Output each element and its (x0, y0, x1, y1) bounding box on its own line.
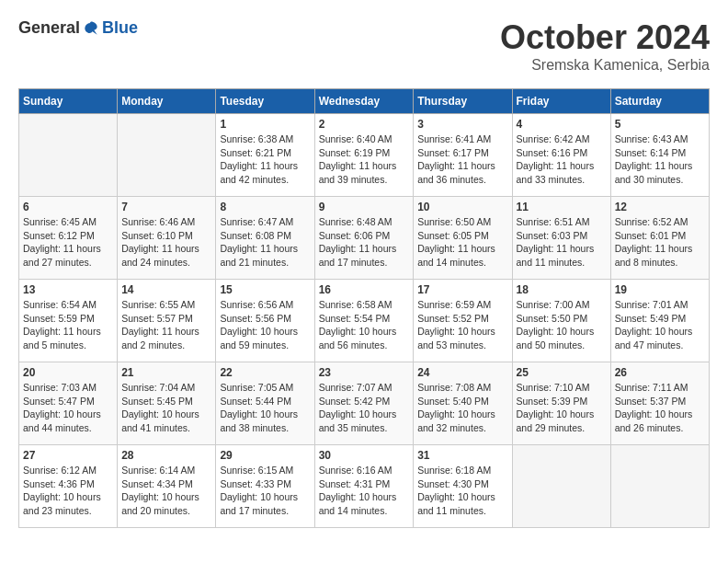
day-number: 17 (417, 283, 507, 296)
col-sunday: Sunday (19, 89, 118, 114)
page-header: General Blue October 2024 Sremska Kameni… (18, 18, 710, 74)
day-info: Sunrise: 7:08 AM Sunset: 5:40 PM Dayligh… (417, 381, 507, 435)
day-info: Sunrise: 6:38 AM Sunset: 6:21 PM Dayligh… (220, 132, 310, 187)
day-info: Sunrise: 6:45 AM Sunset: 6:12 PM Dayligh… (23, 215, 113, 270)
col-saturday: Saturday (610, 89, 709, 114)
day-info: Sunrise: 6:54 AM Sunset: 5:59 PM Dayligh… (23, 298, 113, 352)
table-row: 17Sunrise: 6:59 AM Sunset: 5:52 PM Dayli… (414, 280, 512, 362)
day-info: Sunrise: 6:15 AM Sunset: 4:33 PM Dayligh… (220, 464, 310, 518)
day-number: 24 (417, 366, 507, 379)
table-row (512, 445, 610, 528)
calendar-week-1: 1Sunrise: 6:38 AM Sunset: 6:21 PM Daylig… (19, 114, 710, 197)
table-row: 23Sunrise: 7:07 AM Sunset: 5:42 PM Dayli… (314, 362, 414, 445)
day-info: Sunrise: 6:18 AM Sunset: 4:30 PM Dayligh… (417, 464, 507, 518)
day-info: Sunrise: 6:51 AM Sunset: 6:03 PM Dayligh… (517, 215, 607, 270)
day-number: 6 (23, 201, 113, 213)
table-row: 20Sunrise: 7:03 AM Sunset: 5:47 PM Dayli… (19, 362, 118, 445)
table-row: 13Sunrise: 6:54 AM Sunset: 5:59 PM Dayli… (19, 280, 118, 362)
table-row (19, 114, 118, 197)
day-number: 16 (319, 283, 410, 296)
day-info: Sunrise: 6:41 AM Sunset: 6:17 PM Dayligh… (417, 132, 507, 187)
day-number: 15 (220, 283, 310, 296)
day-number: 28 (121, 449, 211, 462)
day-number: 3 (417, 118, 507, 131)
table-row: 9Sunrise: 6:48 AM Sunset: 6:06 PM Daylig… (314, 197, 414, 280)
day-info: Sunrise: 6:14 AM Sunset: 4:34 PM Dayligh… (121, 464, 211, 518)
table-row: 14Sunrise: 6:55 AM Sunset: 5:57 PM Dayli… (118, 280, 216, 362)
day-info: Sunrise: 6:48 AM Sunset: 6:06 PM Dayligh… (319, 215, 410, 270)
day-info: Sunrise: 7:05 AM Sunset: 5:44 PM Dayligh… (220, 381, 310, 435)
day-number: 27 (23, 449, 113, 462)
day-info: Sunrise: 7:10 AM Sunset: 5:39 PM Dayligh… (517, 381, 607, 435)
calendar-week-2: 6Sunrise: 6:45 AM Sunset: 6:12 PM Daylig… (19, 197, 710, 280)
table-row: 10Sunrise: 6:50 AM Sunset: 6:05 PM Dayli… (414, 197, 512, 280)
title-section: October 2024 Sremska Kamenica, Serbia (500, 18, 710, 74)
day-number: 19 (615, 283, 705, 296)
calendar-header-row: Sunday Monday Tuesday Wednesday Thursday… (19, 89, 710, 114)
day-info: Sunrise: 6:42 AM Sunset: 6:16 PM Dayligh… (517, 132, 607, 187)
calendar-week-4: 20Sunrise: 7:03 AM Sunset: 5:47 PM Dayli… (19, 362, 710, 445)
day-number: 14 (121, 283, 211, 296)
day-info: Sunrise: 7:01 AM Sunset: 5:49 PM Dayligh… (615, 298, 705, 352)
table-row: 25Sunrise: 7:10 AM Sunset: 5:39 PM Dayli… (512, 362, 610, 445)
day-number: 13 (23, 283, 113, 296)
table-row: 2Sunrise: 6:40 AM Sunset: 6:19 PM Daylig… (314, 114, 414, 197)
day-info: Sunrise: 6:43 AM Sunset: 6:14 PM Dayligh… (615, 132, 705, 187)
day-number: 5 (615, 118, 705, 131)
table-row: 11Sunrise: 6:51 AM Sunset: 6:03 PM Dayli… (512, 197, 610, 280)
day-info: Sunrise: 6:40 AM Sunset: 6:19 PM Dayligh… (319, 132, 410, 187)
calendar-week-5: 27Sunrise: 6:12 AM Sunset: 4:36 PM Dayli… (19, 445, 710, 528)
calendar-table: Sunday Monday Tuesday Wednesday Thursday… (18, 88, 710, 528)
table-row: 4Sunrise: 6:42 AM Sunset: 6:16 PM Daylig… (512, 114, 610, 197)
calendar-week-3: 13Sunrise: 6:54 AM Sunset: 5:59 PM Dayli… (19, 280, 710, 362)
day-number: 23 (319, 366, 410, 379)
day-number: 9 (319, 201, 410, 213)
table-row: 19Sunrise: 7:01 AM Sunset: 5:49 PM Dayli… (610, 280, 709, 362)
day-info: Sunrise: 6:56 AM Sunset: 5:56 PM Dayligh… (220, 298, 310, 352)
day-number: 29 (220, 449, 310, 462)
day-info: Sunrise: 6:50 AM Sunset: 6:05 PM Dayligh… (417, 215, 507, 270)
table-row: 16Sunrise: 6:58 AM Sunset: 5:54 PM Dayli… (314, 280, 414, 362)
day-info: Sunrise: 7:04 AM Sunset: 5:45 PM Dayligh… (121, 381, 211, 435)
day-number: 1 (220, 118, 310, 131)
table-row: 8Sunrise: 6:47 AM Sunset: 6:08 PM Daylig… (216, 197, 314, 280)
day-number: 10 (417, 201, 507, 213)
location-subtitle: Sremska Kamenica, Serbia (500, 57, 710, 74)
table-row: 21Sunrise: 7:04 AM Sunset: 5:45 PM Dayli… (118, 362, 216, 445)
table-row: 1Sunrise: 6:38 AM Sunset: 6:21 PM Daylig… (216, 114, 314, 197)
col-friday: Friday (512, 89, 610, 114)
table-row: 12Sunrise: 6:52 AM Sunset: 6:01 PM Dayli… (610, 197, 709, 280)
table-row: 27Sunrise: 6:12 AM Sunset: 4:36 PM Dayli… (19, 445, 118, 528)
col-wednesday: Wednesday (314, 89, 414, 114)
logo-blue: Blue (102, 18, 138, 38)
day-number: 11 (517, 201, 607, 213)
day-info: Sunrise: 6:16 AM Sunset: 4:31 PM Dayligh… (319, 464, 410, 518)
table-row: 22Sunrise: 7:05 AM Sunset: 5:44 PM Dayli… (216, 362, 314, 445)
table-row: 5Sunrise: 6:43 AM Sunset: 6:14 PM Daylig… (610, 114, 709, 197)
table-row: 3Sunrise: 6:41 AM Sunset: 6:17 PM Daylig… (414, 114, 512, 197)
day-number: 31 (417, 449, 507, 462)
day-number: 25 (517, 366, 607, 379)
day-number: 2 (319, 118, 410, 131)
day-info: Sunrise: 6:59 AM Sunset: 5:52 PM Dayligh… (417, 298, 507, 352)
logo: General Blue (18, 18, 138, 38)
table-row: 31Sunrise: 6:18 AM Sunset: 4:30 PM Dayli… (414, 445, 512, 528)
table-row (610, 445, 709, 528)
day-number: 12 (615, 201, 705, 213)
day-info: Sunrise: 7:11 AM Sunset: 5:37 PM Dayligh… (615, 381, 705, 435)
day-info: Sunrise: 6:58 AM Sunset: 5:54 PM Dayligh… (319, 298, 410, 352)
logo-general: General (18, 18, 80, 38)
day-number: 22 (220, 366, 310, 379)
col-monday: Monday (118, 89, 216, 114)
table-row: 6Sunrise: 6:45 AM Sunset: 6:12 PM Daylig… (19, 197, 118, 280)
day-info: Sunrise: 7:00 AM Sunset: 5:50 PM Dayligh… (517, 298, 607, 352)
table-row: 15Sunrise: 6:56 AM Sunset: 5:56 PM Dayli… (216, 280, 314, 362)
day-info: Sunrise: 6:47 AM Sunset: 6:08 PM Dayligh… (220, 215, 310, 270)
logo-bird-icon (82, 19, 100, 38)
day-number: 8 (220, 201, 310, 213)
day-info: Sunrise: 7:03 AM Sunset: 5:47 PM Dayligh… (23, 381, 113, 435)
day-number: 26 (615, 366, 705, 379)
day-number: 4 (517, 118, 607, 131)
table-row: 30Sunrise: 6:16 AM Sunset: 4:31 PM Dayli… (314, 445, 414, 528)
table-row: 29Sunrise: 6:15 AM Sunset: 4:33 PM Dayli… (216, 445, 314, 528)
